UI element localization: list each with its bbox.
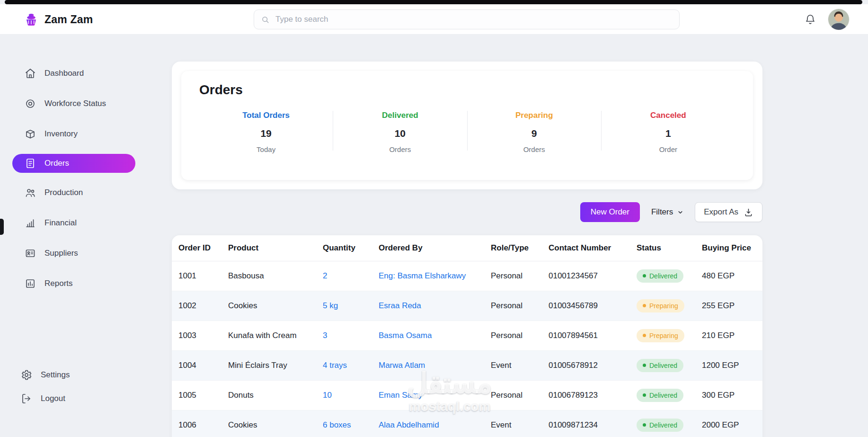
stat-sublabel: Order [602,145,735,153]
stat-value: 19 [199,128,333,139]
cell-contact-number: 01007894561 [542,321,630,350]
sidebar-item-financial[interactable]: Financial [0,213,135,233]
report-board-icon [25,278,36,289]
sidebar-item-label: Workforce Status [44,99,106,108]
sidebar-item-label: Dashboard [44,69,84,78]
sidebar-item-label: Inventory [44,129,78,139]
chevron-down-icon [677,209,683,215]
box-icon [25,128,36,140]
new-order-button[interactable]: New Order [580,202,640,222]
quantity-link[interactable]: 3 [323,331,327,340]
table-row: 1006 Cookies 6 boxes Alaa Abdelhamid Eve… [172,410,762,437]
sidebar-item-orders[interactable]: Orders [12,154,135,173]
table-row: 1003 Kunafa with Cream 3 Basma Osama Per… [172,321,762,350]
cell-order-id: 1005 [172,380,221,410]
status-badge: Delivered [637,359,683,372]
gear-icon [21,369,32,381]
cell-order-id: 1001 [172,261,221,291]
quantity-link[interactable]: 5 kg [323,301,338,310]
status-dot [643,304,646,307]
ordered-by-link[interactable]: Alaa Abdelhamid [379,420,439,429]
col-header-role-type: Role/Type [484,235,542,261]
status-label: Delivered [649,421,677,429]
cell-role-type: Personal [484,291,542,321]
col-header-ordered-by: Ordered By [372,235,484,261]
sidebar-item-label: Production [44,188,83,197]
cell-role-type: Event [484,410,542,437]
table-row: 1005 Donuts 10 Eman Samy Personal 010067… [172,380,762,410]
receipt-icon [25,158,36,169]
export-as-button[interactable]: Export As [695,202,762,222]
sidebar-item-reports[interactable]: Reports [0,273,135,294]
sidebar-item-suppliers[interactable]: Suppliers [0,243,135,264]
stat-sublabel: Orders [468,145,601,153]
sidebar-item-inventory[interactable]: Inventory [0,124,135,144]
col-header-product: Product [221,235,316,261]
ordered-by-link[interactable]: Esraa Reda [379,301,421,310]
ordered-by-link[interactable]: Basma Osama [379,331,432,340]
cell-buying-price: 2000 EGP [695,410,762,437]
quantity-link[interactable]: 2 [323,271,327,280]
cell-contact-number: 01009871234 [542,410,630,437]
search-input[interactable] [275,14,673,25]
sidebar-item-production[interactable]: Production [0,182,135,203]
cell-product: Donuts [221,380,316,410]
table-row: 1002 Cookies 5 kg Esraa Reda Personal 01… [172,291,762,321]
sidebar-item-label: Settings [41,370,70,380]
sidebar-item-dashboard[interactable]: Dashboard [0,63,135,84]
main-content: Orders Total Orders 19 Today Delivered 1… [172,62,762,437]
col-header-status: Status [630,235,695,261]
cell-order-id: 1003 [172,321,221,350]
status-dot [643,393,646,397]
cell-buying-price: 480 EGP [695,261,762,291]
ordered-by-link[interactable]: Eng: Basma Elsharkawy [379,271,466,280]
status-badge: Preparing [637,299,684,312]
status-badge: Delivered [637,419,683,432]
ordered-by-link[interactable]: Eman Samy [379,391,423,400]
sidebar-item-label: Logout [41,394,65,403]
cell-contact-number: 01001234567 [542,261,630,291]
stat-label: Total Orders [199,111,333,120]
table-header-row: Order ID Product Quantity Ordered By Rol… [172,235,762,261]
cell-role-type: Event [484,350,542,380]
sidebar: Dashboard Workforce Status Inventory Ord… [0,35,147,437]
sidebar-item-logout[interactable]: Logout [0,388,135,409]
table-actions-row: New Order Filters Export As [172,202,762,222]
search-box[interactable] [254,9,680,29]
cell-product: Basbousa [221,261,316,291]
status-badge: Delivered [637,269,683,283]
people-icon [25,187,36,198]
quantity-link[interactable]: 6 boxes [323,420,351,429]
filters-button[interactable]: Filters [649,202,685,222]
stat-sublabel: Orders [333,145,467,153]
stat-label: Delivered [333,111,467,120]
user-avatar[interactable] [828,9,849,30]
stat-value: 1 [602,128,735,139]
stat-value: 10 [333,128,467,139]
sidebar-item-workforce-status[interactable]: Workforce Status [0,93,135,114]
cell-buying-price: 300 EGP [695,380,762,410]
search-icon [261,15,270,24]
cell-buying-price: 1200 EGP [695,350,762,380]
sidebar-item-settings[interactable]: Settings [0,365,135,385]
notifications-bell-icon[interactable] [805,14,816,25]
stat-label: Preparing [468,111,601,120]
cell-product: Kunafa with Cream [221,321,316,350]
quantity-link[interactable]: 4 trays [323,361,347,370]
quantity-link[interactable]: 10 [323,391,332,400]
stats-row: Total Orders 19 Today Delivered 10 Order… [199,110,735,153]
stat-value: 9 [468,128,601,139]
orders-summary-card: Orders Total Orders 19 Today Delivered 1… [172,62,762,189]
sidebar-item-label: Suppliers [44,249,78,258]
stat-total-orders: Total Orders 19 Today [199,110,333,153]
cell-contact-number: 01005678912 [542,350,630,380]
status-label: Delivered [649,392,677,399]
stat-canceled: Canceled 1 Order [602,110,735,153]
status-label: Preparing [649,332,678,339]
orders-table-card: Order ID Product Quantity Ordered By Rol… [172,235,762,437]
sidebar-item-label: Orders [44,159,69,168]
page-title: Orders [199,82,735,98]
ordered-by-link[interactable]: Marwa Atlam [379,361,425,370]
status-dot [643,364,646,367]
sidebar-item-label: Financial [44,218,77,228]
